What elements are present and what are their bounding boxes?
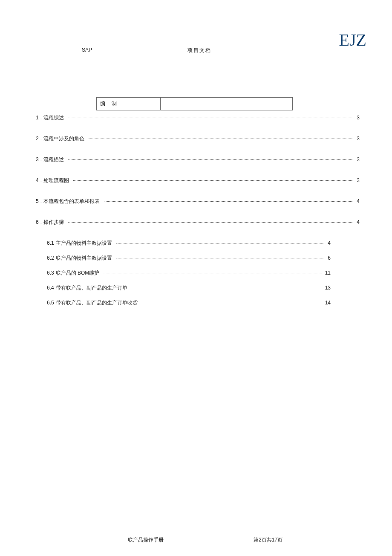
toc-entry-number: 2 xyxy=(36,136,39,142)
toc-entry-page: 4 xyxy=(328,240,331,246)
toc-entry-dot: . xyxy=(40,198,42,204)
toc-entry-label: 带有联产品、副产品的生产订单 xyxy=(56,284,127,292)
toc-leader-dots xyxy=(89,139,353,139)
toc-leader-dots xyxy=(68,118,353,118)
table-of-contents: 1.流程综述32.流程中涉及的角色33.流程描述34.处理流程图35.本流程包含… xyxy=(36,114,360,314)
toc-entry[interactable]: 5.本流程包含的表单和报表4 xyxy=(36,198,360,205)
edit-value-cell xyxy=(161,98,293,110)
toc-entry-number: 6.4 xyxy=(47,285,54,291)
edit-label-cell: 编 制 xyxy=(97,98,161,110)
toc-entry-number: 4 xyxy=(36,177,39,183)
toc-entry-number: 1 xyxy=(36,115,39,121)
toc-entry[interactable]: 6.1主产品的物料主数据设置4 xyxy=(47,240,331,247)
toc-entry-page: 3 xyxy=(357,177,360,183)
logo-text: EJZ xyxy=(339,30,366,50)
edit-table: 编 制 xyxy=(96,97,293,110)
toc-entry-number: 5 xyxy=(36,198,39,204)
toc-entry[interactable]: 3.流程描述3 xyxy=(36,156,360,163)
toc-leader-dots xyxy=(132,288,322,288)
toc-entry-dot: . xyxy=(40,136,42,142)
toc-entry-dot: . xyxy=(40,115,42,121)
toc-entry-label: 流程中涉及的角色 xyxy=(43,135,84,142)
toc-entry[interactable]: 2.流程中涉及的角色3 xyxy=(36,135,360,142)
toc-leader-dots xyxy=(116,243,325,243)
toc-entry[interactable]: 1.流程综述3 xyxy=(36,114,360,122)
toc-entry[interactable]: 6.4带有联产品、副产品的生产订单13 xyxy=(47,284,331,292)
page-header: SAP 项目文档 xyxy=(0,34,392,60)
toc-entry-label: 流程综述 xyxy=(43,114,64,122)
toc-entry-number: 6.2 xyxy=(47,255,54,261)
toc-entry-number: 6.5 xyxy=(47,300,54,306)
toc-entry-label: 本流程包含的表单和报表 xyxy=(43,198,100,205)
toc-entry-label: 带有联产品、副产品的生产订单收货 xyxy=(56,299,138,307)
toc-entry-label: 流程描述 xyxy=(43,156,64,163)
toc-leader-dots xyxy=(142,303,322,303)
toc-entry-number: 6 xyxy=(36,219,39,225)
toc-entry[interactable]: 4.处理流程图3 xyxy=(36,177,360,184)
footer-title: 联产品操作手册 xyxy=(128,536,164,544)
toc-entry-page: 3 xyxy=(357,156,360,162)
toc-entry-page: 13 xyxy=(325,285,331,291)
toc-entry[interactable]: 6.2联产品的物料主数据设置6 xyxy=(47,255,331,262)
toc-entry-page: 14 xyxy=(325,300,331,306)
toc-leader-dots xyxy=(104,201,353,202)
toc-entry-page: 6 xyxy=(328,255,331,261)
toc-entry[interactable]: 6.5带有联产品、副产品的生产订单收货14 xyxy=(47,299,331,307)
toc-leader-dots xyxy=(116,258,325,258)
toc-entry-label: 操作步骤 xyxy=(43,219,64,226)
header-doc-label: 项目文档 xyxy=(187,47,211,54)
header-sap-label: SAP xyxy=(82,47,92,53)
toc-entry-number: 6.1 xyxy=(47,240,54,246)
toc-entry-number: 3 xyxy=(36,156,39,162)
toc-entry-page: 3 xyxy=(357,115,360,121)
toc-leader-dots xyxy=(104,273,321,273)
toc-entry-label: 主产品的物料主数据设置 xyxy=(56,240,112,247)
toc-entry-label: 联产品的物料主数据设置 xyxy=(56,255,112,262)
toc-entry-page: 4 xyxy=(357,198,360,204)
toc-leader-dots xyxy=(68,222,353,223)
toc-leader-dots xyxy=(73,180,353,181)
toc-entry-page: 4 xyxy=(357,219,360,225)
footer-page-number: 第2页共17页 xyxy=(254,536,282,544)
toc-leader-dots xyxy=(68,159,353,160)
toc-entry-label: 联产品的 BOM维护 xyxy=(56,269,100,277)
toc-entry-dot: . xyxy=(40,219,42,225)
toc-entry-page: 3 xyxy=(357,136,360,142)
toc-entry-dot: . xyxy=(40,177,42,183)
toc-entry-dot: . xyxy=(40,156,42,162)
toc-entry[interactable]: 6.操作步骤4 xyxy=(36,219,360,226)
toc-entry[interactable]: 6.3联产品的 BOM维护11 xyxy=(47,269,331,277)
toc-entry-page: 11 xyxy=(325,270,331,276)
toc-entry-label: 处理流程图 xyxy=(43,177,69,184)
toc-entry-number: 6.3 xyxy=(47,270,54,276)
